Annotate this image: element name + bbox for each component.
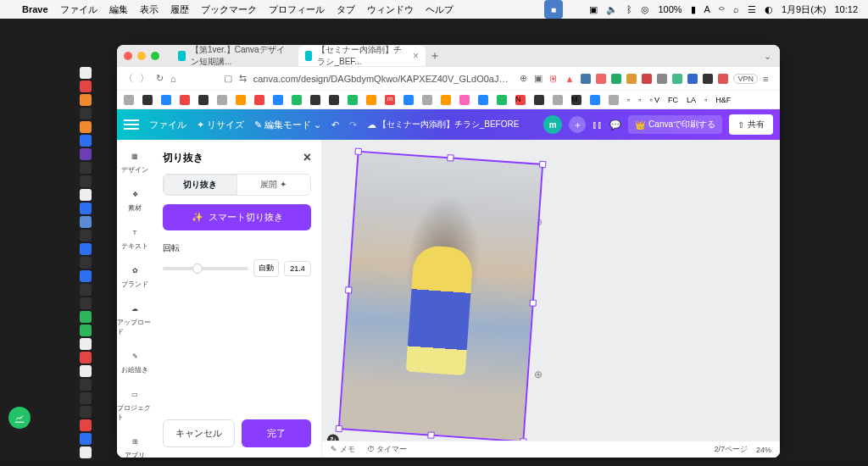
camera-icon[interactable]: ▣: [589, 4, 598, 15]
bookmark-icon[interactable]: [441, 95, 451, 105]
bookmark-icon[interactable]: [348, 95, 358, 105]
tab-expand[interactable]: 展開 ✦: [237, 175, 311, 195]
battery-percent[interactable]: 100%: [658, 4, 682, 14]
notes-button[interactable]: ✎ メモ: [331, 444, 355, 455]
bookmark-icon[interactable]: [609, 95, 619, 105]
extension-icon[interactable]: [596, 74, 606, 84]
dock-app-icon[interactable]: [80, 325, 92, 336]
zoom-level[interactable]: 24%: [756, 446, 771, 454]
dock-app-icon[interactable]: [80, 67, 92, 79]
rail-draw[interactable]: ✎お絵描き: [121, 348, 148, 374]
dock-app-icon[interactable]: [80, 352, 92, 363]
cancel-button[interactable]: キャンセル: [163, 419, 235, 447]
smart-crop-button[interactable]: ✨ スマート切り抜き: [163, 204, 311, 230]
close-panel-icon[interactable]: ×: [303, 150, 311, 165]
close-tab-icon[interactable]: ×: [413, 50, 419, 62]
brave-icon[interactable]: ▲: [565, 74, 575, 84]
auto-rotate-button[interactable]: 自動: [253, 259, 279, 277]
bookmark-icon[interactable]: [180, 95, 190, 105]
nav-forward-icon[interactable]: 〉: [140, 72, 149, 85]
dock-app-icon[interactable]: [80, 108, 92, 119]
bookmark-icon[interactable]: [124, 95, 134, 105]
dock-app-icon[interactable]: [80, 230, 92, 241]
menu-tab[interactable]: タブ: [337, 3, 355, 16]
bookmark-folder[interactable]: ▫ V: [649, 96, 659, 104]
menu-edit[interactable]: 編集: [109, 3, 128, 16]
timer-button[interactable]: ⏱ タイマー: [367, 444, 408, 455]
bookmark-icon[interactable]: [142, 95, 153, 105]
site-controls-icon[interactable]: ▢: [224, 73, 232, 84]
bookmark-icon[interactable]: [254, 95, 264, 105]
close-window-icon[interactable]: [124, 52, 132, 60]
menu-profile[interactable]: プロフィール: [269, 3, 325, 16]
menu-window[interactable]: ウィンドウ: [367, 3, 414, 16]
cloud-sync-icon[interactable]: ☁: [367, 119, 376, 130]
volume-icon[interactable]: 🔈: [606, 4, 618, 15]
maximize-window-icon[interactable]: [151, 52, 159, 60]
bookmark-folder[interactable]: H&F: [715, 96, 731, 104]
resize-menu[interactable]: ✦ リサイズ: [197, 119, 244, 131]
record-button[interactable]: [8, 407, 31, 429]
add-collaborator-icon[interactable]: ＋: [569, 116, 586, 133]
page-indicator[interactable]: 2/7ページ: [714, 444, 748, 455]
rail-design[interactable]: ▦デザイン: [121, 148, 148, 175]
bookmark-icon[interactable]: [329, 95, 339, 105]
bookmark-icon[interactable]: [478, 95, 488, 105]
crop-handle[interactable]: [529, 299, 537, 307]
extension-icon[interactable]: [672, 74, 682, 84]
dock-app-icon[interactable]: [80, 121, 92, 133]
canvas-viewport[interactable]: 2ページ - B... ⌃ ⌄ ⎘ ⧉ 🗑 ⊕ 3ページ - B... ⌃ ⌄: [322, 140, 780, 458]
control-center-icon[interactable]: ☰: [748, 4, 756, 15]
menu-history[interactable]: 履歴: [170, 3, 189, 16]
browser-tab-active[interactable]: 【セミナー内添削】チラシ_BEF... ×: [298, 46, 426, 66]
bookmark-folder[interactable]: ▫: [627, 96, 630, 104]
bookmark-icon[interactable]: [403, 95, 414, 105]
document-title[interactable]: 【セミナー内添削】チラシ_BEFORE: [378, 119, 520, 130]
tab-overflow-icon[interactable]: ⌄: [764, 51, 771, 62]
dock-app-icon[interactable]: [80, 338, 92, 350]
extension-icon[interactable]: [611, 74, 621, 84]
bookmark-icon[interactable]: [590, 95, 600, 105]
bookmark-icon[interactable]: [236, 95, 246, 105]
dock-app-icon[interactable]: [80, 148, 92, 160]
menu-file[interactable]: ファイル: [60, 3, 97, 16]
bookmark-icon[interactable]: [553, 95, 563, 105]
bookmark-icon[interactable]: [422, 95, 432, 105]
dock-app-icon[interactable]: [80, 379, 92, 391]
extension-icon[interactable]: [626, 74, 637, 84]
edit-mode-menu[interactable]: ✎ 編集モード ⌄: [254, 119, 321, 131]
bookmark-icon[interactable]: [497, 95, 507, 105]
bookmark-icon[interactable]: [273, 95, 283, 105]
dock-app-icon[interactable]: [80, 392, 92, 404]
reader-icon[interactable]: ▣: [534, 73, 542, 84]
extension-icon[interactable]: [642, 74, 652, 84]
file-menu[interactable]: ファイル: [149, 119, 186, 131]
bookmark-icon[interactable]: [292, 95, 302, 105]
bookmark-folder[interactable]: ▫: [638, 96, 641, 104]
active-app-name[interactable]: Brave: [22, 4, 48, 14]
search-icon[interactable]: ⌕: [733, 4, 739, 14]
zoom-icon[interactable]: ⊕: [520, 73, 527, 84]
print-button[interactable]: 👑 Canvaで印刷する: [628, 115, 722, 134]
dock-app-icon[interactable]: [80, 406, 92, 418]
menu-bookmarks[interactable]: ブックマーク: [201, 3, 257, 16]
airdrop-icon[interactable]: ◎: [641, 4, 649, 15]
crop-handle[interactable]: [354, 148, 362, 156]
dock-app-icon[interactable]: [80, 135, 92, 147]
crop-handle[interactable]: [447, 154, 454, 162]
extension-icon[interactable]: [687, 74, 698, 84]
redo-icon[interactable]: ↷: [349, 119, 357, 130]
extension-icon[interactable]: [718, 74, 728, 84]
share-button[interactable]: ⇧ 共有: [729, 114, 773, 135]
extension-icon[interactable]: [581, 74, 591, 84]
dock-app-icon[interactable]: [80, 297, 92, 309]
tab-crop[interactable]: 切り抜き: [164, 175, 237, 195]
bookmark-icon[interactable]: [198, 95, 209, 105]
dock-app-icon[interactable]: [80, 447, 92, 458]
vpn-badge[interactable]: VPN: [733, 74, 758, 84]
siri-icon[interactable]: ◐: [765, 4, 773, 15]
menubar-date[interactable]: 1月9日(木): [782, 3, 826, 16]
menu-view[interactable]: 表示: [140, 3, 159, 16]
new-tab-button[interactable]: ＋: [429, 48, 441, 64]
dock-app-icon[interactable]: [80, 419, 92, 431]
